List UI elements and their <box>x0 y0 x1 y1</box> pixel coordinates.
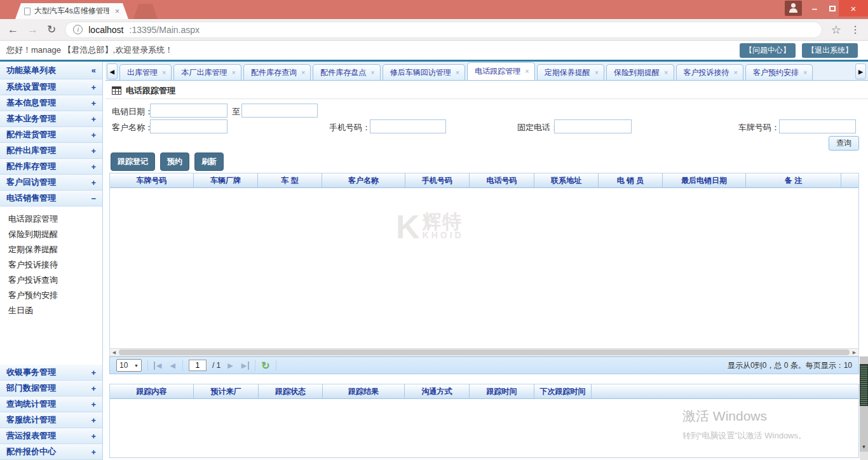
sidebar-item-service-statistics[interactable]: 客服统计管理 + <box>0 412 102 428</box>
forward-icon[interactable]: → <box>27 24 38 35</box>
column-header[interactable]: 备 注 <box>746 173 841 187</box>
prev-page-button[interactable]: ◀ <box>168 362 176 370</box>
tab-close-icon[interactable]: × <box>595 69 599 76</box>
url-input[interactable]: i localhost:13395/Main.aspx <box>65 22 822 38</box>
refresh-icon[interactable]: ↻ <box>47 24 56 35</box>
tab-close-icon[interactable]: × <box>370 69 374 76</box>
column-header[interactable]: 跟踪结果 <box>323 384 405 398</box>
scroll-right-icon[interactable]: ▶ <box>850 350 858 355</box>
tab-complaint-reception[interactable]: 客户投诉接待 × <box>676 64 743 80</box>
column-header[interactable]: 电 销 员 <box>599 173 663 187</box>
customer-name-input[interactable] <box>150 119 227 133</box>
bookmark-star-icon[interactable]: ☆ <box>831 23 841 37</box>
last-page-button[interactable]: ▶ <box>240 362 249 370</box>
tab-close-icon[interactable]: × <box>162 69 166 76</box>
sidebar-item-parts-purchase[interactable]: 配件进货管理 + <box>0 127 102 143</box>
submenu-item-complaint-query[interactable]: 客户投诉查询 <box>0 273 102 288</box>
pager-refresh-icon[interactable]: ↻ <box>261 360 269 372</box>
column-header[interactable]: 下次跟踪时间 <box>534 384 592 398</box>
sidebar-item-parts-outbound[interactable]: 配件出库管理 + <box>0 143 102 159</box>
tab-close-icon[interactable]: × <box>525 68 529 75</box>
page-number-input[interactable] <box>189 360 207 371</box>
appointment-button[interactable]: 预约 <box>160 152 189 171</box>
column-header[interactable]: 手机号码 <box>405 173 470 187</box>
sidebar-item-department-data[interactable]: 部门数据管理 + <box>0 381 102 396</box>
tab-scroll-left-icon[interactable]: ◀ <box>107 64 118 79</box>
submenu-item-insurance-expiry[interactable]: 保险到期提醒 <box>0 227 102 242</box>
sidebar-item-telesales[interactable]: 电话销售管理 − <box>0 191 102 206</box>
sidebar-item-cashier[interactable]: 收银事务管理 + <box>0 365 102 381</box>
tracking-register-button[interactable]: 跟踪登记 <box>111 152 155 171</box>
tab-factory-outbound[interactable]: 本厂出库管理 × <box>173 64 241 80</box>
sidebar-item-customer-callback[interactable]: 客户回访管理 + <box>0 175 102 191</box>
question-center-button[interactable]: 【问题中心】 <box>740 43 796 58</box>
vertical-scrollbar[interactable]: ▼ <box>860 356 868 460</box>
site-info-icon[interactable]: i <box>73 25 83 34</box>
column-header[interactable]: 车 型 <box>258 173 322 187</box>
tab-phone-tracking-active[interactable]: 电话跟踪管理 × <box>467 62 534 80</box>
date-to-input[interactable] <box>241 104 318 118</box>
column-header[interactable]: 车辆厂牌 <box>194 173 258 187</box>
browser-tab[interactable]: 大型汽车4s店维修管理系 × <box>15 3 128 19</box>
column-header[interactable]: 沟通方式 <box>405 384 470 398</box>
tab-repair-callback[interactable]: 修后车辆回访管理 × <box>383 64 465 80</box>
column-header[interactable]: 跟踪内容 <box>110 384 194 398</box>
column-header[interactable]: 联系地址 <box>534 173 599 187</box>
tab-close-icon[interactable]: × <box>231 69 235 76</box>
tab-insurance-expiry[interactable]: 保险到期提醒 × <box>606 64 674 80</box>
plate-input[interactable] <box>779 119 856 133</box>
scroll-down-icon[interactable]: ▼ <box>860 444 868 450</box>
page-size-select[interactable]: 10 ▼ <box>116 359 142 372</box>
menu-dots-icon[interactable]: ⋮ <box>850 24 860 36</box>
tab-outbound[interactable]: 出库管理 × <box>119 64 172 80</box>
horizontal-scrollbar[interactable]: ◀ ▶ <box>109 348 859 356</box>
tab-close-icon[interactable]: × <box>664 69 668 76</box>
submenu-item-phone-tracking[interactable]: 电话跟踪管理 <box>0 212 102 227</box>
sidebar-item-system-settings[interactable]: 系统设置管理 + <box>0 79 102 95</box>
column-header[interactable]: 车牌号码 <box>110 173 194 187</box>
mobile-input[interactable] <box>370 119 446 133</box>
horizontal-scroll-thumb[interactable] <box>119 349 850 355</box>
submenu-item-birthday-letter[interactable]: 生日函 <box>0 303 102 318</box>
first-page-button[interactable]: ◀ <box>154 362 163 370</box>
sidebar-item-parts-quotation[interactable]: 配件报价中心 + <box>0 444 102 460</box>
column-header[interactable]: 客户名称 <box>322 173 405 187</box>
tab-close-icon[interactable]: × <box>456 69 459 76</box>
close-window-button[interactable]: × <box>839 0 868 17</box>
phone-input[interactable] <box>554 119 632 133</box>
submenu-item-complaint-reception[interactable]: 客户投诉接待 <box>0 257 102 273</box>
date-from-input[interactable] <box>150 104 227 118</box>
column-header[interactable]: 最后电销日期 <box>663 173 746 187</box>
submenu-item-maintenance-reminder[interactable]: 定期保养提醒 <box>0 242 102 257</box>
back-icon[interactable]: ← <box>8 24 18 35</box>
tab-close-icon[interactable]: × <box>115 8 119 15</box>
next-page-button[interactable]: ▶ <box>226 362 234 370</box>
new-tab-button[interactable] <box>133 4 158 19</box>
vertical-scroll-thumb[interactable] <box>860 364 868 406</box>
column-header[interactable]: 跟踪状态 <box>259 384 323 398</box>
column-header[interactable]: 跟踪时间 <box>470 384 534 398</box>
scroll-left-icon[interactable]: ◀ <box>110 350 118 355</box>
sidebar-collapse-icon[interactable]: « <box>92 65 96 75</box>
sidebar-item-basic-info[interactable]: 基本信息管理 + <box>0 95 102 111</box>
tab-close-icon[interactable]: × <box>803 69 807 76</box>
tab-stock-query[interactable]: 配件库存查询 × <box>243 64 311 80</box>
column-header[interactable]: 预计来厂 <box>194 384 259 398</box>
sidebar-item-parts-stock[interactable]: 配件库存管理 + <box>0 159 102 175</box>
query-button[interactable]: 查询 <box>829 136 859 151</box>
minimize-button[interactable]: – <box>806 0 824 17</box>
tab-close-icon[interactable]: × <box>734 69 738 76</box>
tab-appointment[interactable]: 客户预约安排 × <box>745 64 813 80</box>
refresh-button[interactable]: 刷新 <box>194 152 224 171</box>
profile-button[interactable] <box>785 1 802 16</box>
sidebar-item-basic-business[interactable]: 基本业务管理 + <box>0 111 102 127</box>
tab-maintenance-reminder[interactable]: 定期保养提醒 × <box>537 64 604 80</box>
column-header[interactable]: 电话号码 <box>470 173 534 187</box>
logout-button[interactable]: 【退出系统】 <box>802 43 858 58</box>
submenu-item-appointment[interactable]: 客户预约安排 <box>0 288 102 303</box>
tab-stock-check[interactable]: 配件库存盘点 × <box>313 64 380 80</box>
sidebar-item-operation-reports[interactable]: 营运报表管理 + <box>0 428 102 444</box>
tab-scroll-right-icon[interactable]: ▶ <box>855 64 866 79</box>
sidebar-item-query-statistics[interactable]: 查询统计管理 + <box>0 396 102 412</box>
tab-close-icon[interactable]: × <box>301 69 305 76</box>
